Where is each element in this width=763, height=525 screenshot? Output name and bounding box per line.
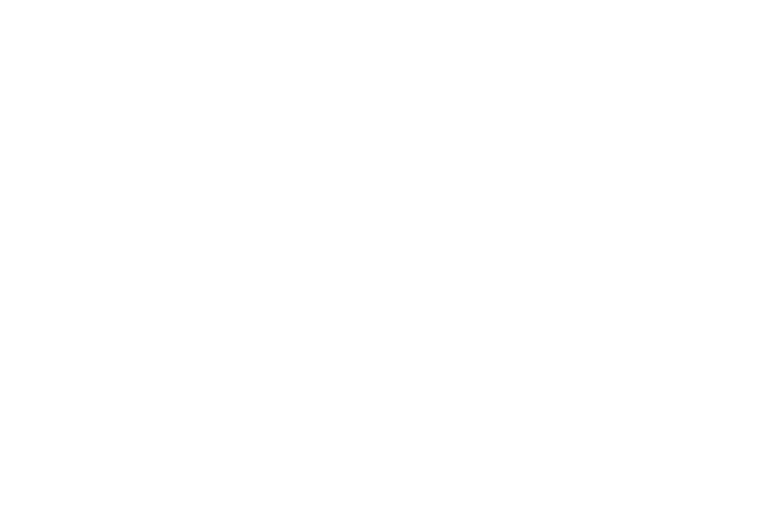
icon-grid	[0, 0, 763, 12]
